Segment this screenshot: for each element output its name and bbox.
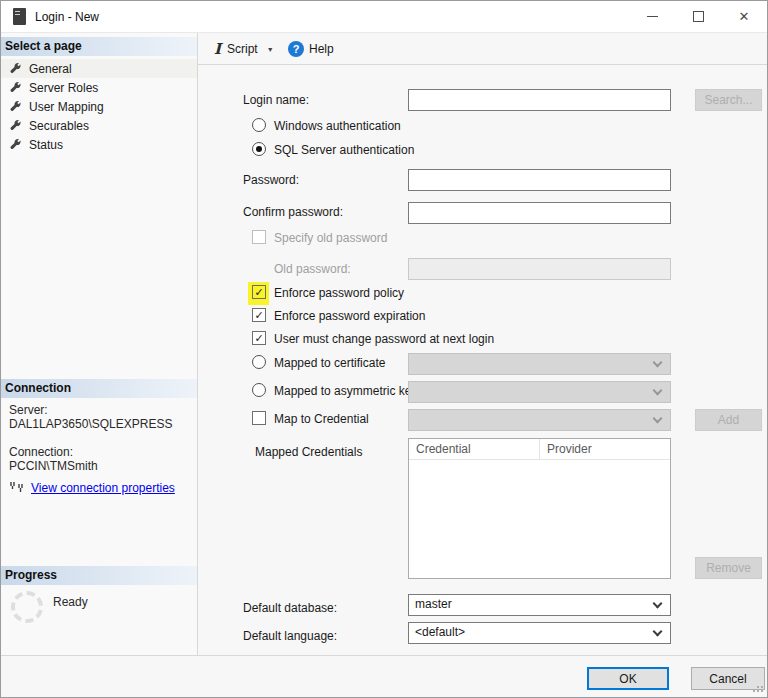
mapped-to-asymmetric-key-label: Mapped to asymmetric key: [274, 384, 417, 398]
wrench-icon: [9, 119, 22, 132]
default-database-combo[interactable]: master: [408, 594, 671, 616]
connection-label: Connection:: [9, 445, 73, 459]
connection-properties-icon: [9, 481, 25, 495]
progress-status: Ready: [53, 595, 88, 609]
ok-button[interactable]: OK: [587, 667, 669, 690]
password-label: Password:: [243, 173, 299, 187]
app-icon: [13, 8, 26, 25]
add-button[interactable]: Add: [695, 409, 762, 431]
chevron-down-icon: [653, 358, 663, 368]
resize-grip[interactable]: [761, 682, 763, 684]
script-icon: I: [214, 42, 221, 57]
login-new-dialog: Login - New ✕ I Script ▼ ? Help Select a…: [0, 0, 768, 698]
check-icon: ✓: [254, 310, 263, 321]
sidebar-item-user-mapping[interactable]: User Mapping: [1, 97, 197, 116]
old-password-label: Old password:: [274, 262, 351, 276]
column-header-provider: Provider: [540, 439, 670, 459]
specify-old-password-label: Specify old password: [274, 231, 387, 245]
minimize-button[interactable]: [629, 1, 675, 32]
script-button[interactable]: I Script ▼: [210, 37, 281, 61]
dialog-toolbar: I Script ▼ ? Help: [198, 33, 767, 65]
server-label: Server:: [9, 403, 48, 417]
specify-old-password-checkbox[interactable]: [252, 230, 266, 244]
mapped-to-certificate-label: Mapped to certificate: [274, 356, 385, 370]
enforce-password-expiration-label: Enforce password expiration: [274, 309, 425, 323]
wrench-icon: [9, 100, 22, 113]
sidebar-item-label: General: [29, 62, 72, 76]
default-database-label: Default database:: [243, 601, 337, 615]
enforce-password-policy-label: Enforce password policy: [274, 286, 404, 300]
help-button[interactable]: ? Help: [284, 37, 338, 61]
table-header-row: Credential Provider: [409, 439, 670, 460]
progress-spinner-icon: [11, 591, 43, 623]
mapped-credentials-table[interactable]: Credential Provider: [408, 438, 671, 579]
enforce-password-expiration-checkbox[interactable]: ✓: [252, 308, 266, 322]
enforce-password-policy-checkbox[interactable]: ✓: [252, 285, 266, 299]
credential-combo[interactable]: [408, 409, 671, 431]
user-must-change-password-label: User must change password at next login: [274, 332, 494, 346]
sql-server-authentication-radio[interactable]: [252, 142, 266, 156]
cancel-button[interactable]: Cancel: [691, 667, 765, 690]
help-icon: ?: [288, 41, 304, 57]
view-connection-properties-link[interactable]: View connection properties: [31, 481, 175, 495]
certificate-combo[interactable]: [408, 353, 671, 375]
mapped-to-asymmetric-key-radio[interactable]: [252, 383, 266, 397]
wrench-icon: [9, 62, 22, 75]
sidebar-item-label: Status: [29, 138, 63, 152]
map-to-credential-label: Map to Credential: [274, 412, 369, 426]
chevron-down-icon: [653, 386, 663, 396]
search-button[interactable]: Search...: [695, 89, 762, 111]
button-bar: OK Cancel: [1, 655, 767, 697]
asymmetric-key-combo[interactable]: [408, 381, 671, 403]
default-database-value: master: [415, 597, 452, 611]
confirm-password-label: Confirm password:: [243, 205, 343, 219]
mapped-credentials-label: Mapped Credentials: [255, 445, 362, 459]
sidebar-item-status[interactable]: Status: [1, 135, 197, 154]
mapped-to-certificate-radio[interactable]: [252, 355, 266, 369]
window-title: Login - New: [35, 10, 99, 24]
sidebar-item-securables[interactable]: Securables: [1, 116, 197, 135]
sidebar-item-label: Securables: [29, 119, 89, 133]
maximize-button[interactable]: [675, 1, 721, 32]
wrench-icon: [9, 138, 22, 151]
default-language-value: <default>: [415, 625, 465, 639]
login-name-label: Login name:: [243, 93, 309, 107]
connection-header: Connection: [1, 379, 197, 398]
chevron-down-icon: [653, 627, 663, 637]
maximize-icon: [693, 11, 704, 22]
sql-server-authentication-label: SQL Server authentication: [274, 143, 414, 157]
sidebar-item-general[interactable]: General: [1, 59, 197, 78]
script-dropdown-caret-icon[interactable]: ▼: [264, 46, 277, 53]
help-label: Help: [309, 42, 334, 56]
close-icon: ✕: [739, 9, 750, 24]
windows-authentication-radio[interactable]: [252, 118, 266, 132]
minimize-icon: [647, 16, 658, 17]
wrench-icon: [9, 81, 22, 94]
title-bar: Login - New ✕: [1, 1, 767, 33]
sidebar: Select a page General Server Roles User …: [1, 33, 198, 655]
connection-value: PCCIN\TMSmith: [9, 459, 98, 473]
default-language-label: Default language:: [243, 629, 337, 643]
check-icon: ✓: [254, 287, 263, 298]
select-a-page-header: Select a page: [1, 37, 197, 56]
chevron-down-icon: [653, 599, 663, 609]
login-name-input[interactable]: [408, 89, 671, 111]
remove-button[interactable]: Remove: [695, 557, 762, 579]
sidebar-item-server-roles[interactable]: Server Roles: [1, 78, 197, 97]
windows-authentication-label: Windows authentication: [274, 119, 401, 133]
old-password-input[interactable]: [408, 258, 671, 280]
sidebar-item-label: Server Roles: [29, 81, 98, 95]
confirm-password-input[interactable]: [408, 202, 671, 224]
sidebar-item-label: User Mapping: [29, 100, 104, 114]
server-value: DAL1LAP3650\SQLEXPRESS: [9, 417, 172, 431]
close-button[interactable]: ✕: [721, 1, 767, 32]
general-page-panel: Login name: Search... Windows authentica…: [199, 66, 767, 655]
progress-header: Progress: [1, 566, 197, 585]
column-header-credential: Credential: [409, 439, 540, 459]
user-must-change-password-checkbox[interactable]: ✓: [252, 331, 266, 345]
map-to-credential-checkbox[interactable]: [252, 411, 266, 425]
script-label: Script: [227, 42, 258, 56]
password-input[interactable]: [408, 169, 671, 191]
check-icon: ✓: [254, 333, 263, 344]
default-language-combo[interactable]: <default>: [408, 622, 671, 644]
